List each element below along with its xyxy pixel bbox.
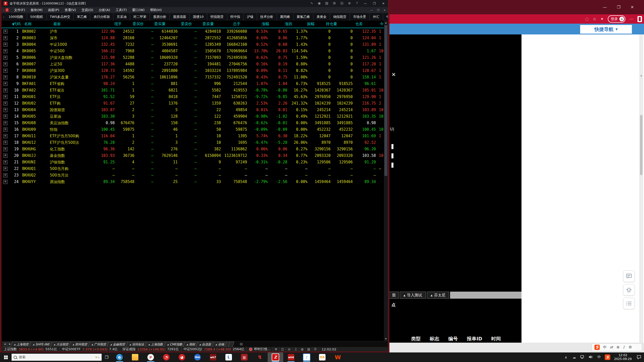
sogou-tray-icon[interactable]: S [605, 354, 610, 360]
scroll-up-icon[interactable]: ▲ [384, 21, 388, 25]
table-row[interactable]: +6BK0007上证50117.364488—237720—1944812704… [2, 61, 384, 67]
feed-icon[interactable]: ∿ [308, 1, 315, 6]
taskbar-app-wh7[interactable]: wh7 [205, 352, 221, 362]
board-tab-2[interactable]: ▲大连期货 [50, 342, 72, 347]
board-tab-3[interactable]: ▲郑州期货 [69, 342, 91, 347]
table-row[interactable]: +17BKHU11ETF沪当月500购116.041—1—1013955.74%… [2, 133, 384, 139]
expand-icon[interactable]: + [3, 127, 8, 132]
menu-item-4[interactable]: 交易(O) [79, 8, 96, 12]
ime-tool-1[interactable]: ⇄ [610, 345, 613, 350]
board-tab-7[interactable]: ▲上海指数 [145, 342, 167, 347]
browser-maximize-button[interactable]: ❐ [617, 5, 620, 10]
workspace-tab-17[interactable]: 纳指期货 [330, 13, 350, 21]
workspace-tab-0[interactable]: 1000指数 [5, 13, 27, 21]
menu-item-3[interactable]: 查看(V) [62, 8, 79, 12]
ai-icon[interactable]: Ⓐ [312, 347, 319, 351]
expand-toggle[interactable]: + [2, 67, 9, 74]
expand-toggle[interactable]: + [2, 54, 9, 61]
workspace-tab-20[interactable]: 中美油 [383, 13, 388, 21]
expand-toggle[interactable]: + [2, 152, 9, 159]
list-icon[interactable]: ▤ [323, 1, 331, 6]
menu-item-8[interactable]: 帮助(H) [147, 8, 165, 12]
browser-close-button[interactable]: ✕ [631, 5, 634, 10]
expand-icon[interactable]: + [3, 147, 8, 151]
ime-tool-4[interactable]: ⚙ [629, 345, 632, 350]
notification-center-icon[interactable] [634, 355, 644, 359]
expand-icon[interactable]: + [3, 62, 8, 66]
scroll-up-icon[interactable]: ▲ [639, 74, 643, 77]
header-cell-6[interactable]: 委买量 [146, 21, 168, 28]
menu-item-7[interactable]: 窗口(W) [130, 8, 147, 12]
ime-indicator[interactable]: 中 [595, 355, 603, 359]
expand-toggle[interactable]: + [2, 74, 9, 80]
expand-icon[interactable]: + [3, 114, 8, 119]
table-row[interactable]: +15BKHU08美豆油指数0.98676476—150—238676476-0… [2, 120, 384, 126]
cart-icon[interactable]: ⊞ [331, 1, 338, 6]
header-cell-5[interactable]: 委买价 [124, 21, 146, 28]
server-icon[interactable]: ▤ [306, 347, 312, 351]
feed-status[interactable]: 即时行情... [247, 347, 273, 351]
workspace-tab-9[interactable]: 国债10 [190, 13, 207, 21]
ime-toolbar[interactable]: S 中⇄⊕♪⚙ [592, 343, 642, 351]
tabs-prev-button[interactable]: ◀ [3, 342, 7, 347]
table-row[interactable]: +21BKHUNI沪镍指数91.254—11—997249-0.31%-0.28… [2, 159, 384, 165]
header-cell-0[interactable]: ▼ [2, 21, 9, 28]
table-row[interactable]: +1BK0002沪市122.9624512—6144836—4284018339… [2, 28, 384, 35]
network-icon[interactable] [578, 355, 587, 359]
expand-icon[interactable]: + [3, 173, 8, 177]
assistant-icon[interactable]: Ⓐ [338, 1, 346, 6]
panel-close-icon[interactable]: ✕ [391, 72, 396, 78]
table-row[interactable]: +13BKHU04国债期货103.872—5—22498540.01%0.010… [2, 107, 384, 113]
quick-nav-button[interactable]: 快捷导航 ▼ [580, 25, 632, 34]
header-cell-1[interactable]: 代码 [9, 21, 23, 28]
expand-toggle[interactable]: + [2, 113, 9, 120]
table-row[interactable]: +14BKHU05豆菜油103.303—128—122459904-0.98%-… [2, 113, 384, 120]
expand-icon[interactable]: + [3, 141, 8, 145]
workspace-tab-16[interactable]: 美黄金 [313, 13, 330, 21]
browser-scrollbar[interactable]: ▲ [639, 34, 643, 343]
expand-icon[interactable]: + [3, 82, 8, 86]
back-to-top-button[interactable] [623, 284, 635, 296]
table-row[interactable]: +12BKHU02ETF购91.6727—1376—13596302632.53… [2, 100, 384, 107]
taskbar-app-wh6[interactable]: wh6 [283, 352, 299, 362]
scrollbar-thumb[interactable] [640, 115, 642, 175]
workspace-tab-3[interactable]: 苯乙烯 [74, 13, 90, 21]
expand-toggle[interactable]: + [2, 165, 9, 172]
table-row[interactable]: +11BKHU01ETF沽91.5259—8418—74471250721-9.… [2, 94, 384, 100]
expand-icon[interactable]: + [3, 95, 8, 99]
database-icon[interactable]: ◫ [279, 347, 286, 351]
workspace-tab-2[interactable]: TWS多品种交 [47, 13, 74, 21]
splitter-grip[interactable] [240, 343, 243, 345]
expand-icon[interactable]: + [3, 134, 8, 138]
board-tab-5[interactable]: ▲金融期货 [107, 342, 129, 347]
table-row[interactable]: +18BKHU12ETF沪当月500沽76.282—3—101695-6.47%… [2, 139, 384, 146]
bell-icon[interactable]: ♫ [293, 347, 299, 351]
ime-tool-3[interactable]: ♪ [623, 345, 625, 350]
expand-icon[interactable]: + [3, 36, 8, 40]
minimize-button[interactable]: — [361, 2, 370, 5]
board-tab-8[interactable]: ▲CME指数 [164, 342, 186, 347]
workspace-tab-19[interactable]: 外汇 [370, 13, 383, 21]
header-cell-9[interactable]: 总手 [216, 21, 243, 28]
expand-icon[interactable]: + [3, 121, 8, 125]
bookmark-icon[interactable] [637, 16, 642, 22]
table-row[interactable]: +7BK0008沪深300120.7314592—2891800—1033224… [2, 67, 384, 74]
taskbar-app-paint[interactable]: P [143, 352, 158, 362]
table-row[interactable]: +16BKHU09恒指100.4559875—46—5059875-0.09%-… [2, 126, 384, 133]
expand-icon[interactable]: + [3, 69, 8, 73]
board-tab-1[interactable]: ▲SHFE-INE [29, 342, 53, 347]
onedrive-icon[interactable]: ☁ [570, 355, 578, 359]
taskbar-app-ledger[interactable]: ▥ [236, 352, 252, 362]
panel-tab-1[interactable]: ▲芬太尼 [427, 292, 449, 299]
taskbar-app-edge[interactable]: e [112, 352, 127, 362]
ime-tool-2[interactable]: ⊕ [617, 345, 620, 350]
table-row[interactable]: +8BK0010沪深大盘量176.2756256—18611896—715733… [2, 74, 384, 80]
chat-icon[interactable]: ◍ [299, 347, 306, 351]
expand-toggle[interactable]: + [2, 120, 9, 126]
expand-toggle[interactable]: + [2, 178, 9, 185]
workspace-tab-15[interactable]: 聚氯乙烯 [294, 13, 313, 21]
ime-tool-0[interactable]: 中 [603, 345, 607, 350]
board-tab-6[interactable]: ▲深圳创业 [126, 342, 148, 347]
table-row[interactable]: +10BKFA02ETF省沽101.711—6821—5582419553-0.… [2, 87, 384, 94]
browser-minimize-button[interactable]: — [603, 5, 607, 10]
